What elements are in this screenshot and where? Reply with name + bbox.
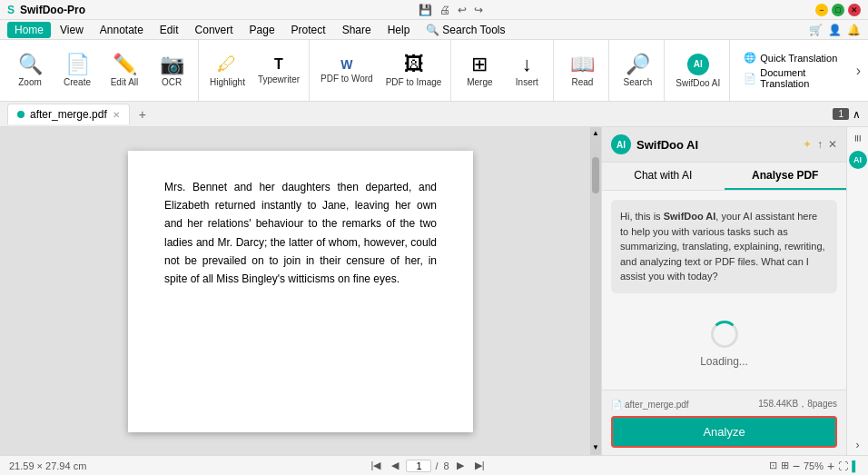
close-btn[interactable]: ✕ [848, 4, 861, 16]
quick-translation-icon: 🌐 [744, 52, 756, 64]
pdf-to-word-button[interactable]: W PDF to Word [315, 45, 379, 96]
right-sidebar: ≡ AI › [846, 127, 868, 455]
document-translation-btn[interactable]: 📄 Document Translation [741, 66, 844, 90]
loading-text: Loading... [700, 355, 748, 368]
scroll-indicator[interactable]: ▲ ▼ [590, 127, 601, 455]
menu-item-view[interactable]: View [53, 22, 91, 38]
toolbar: 🔍 Zoom 📄 Create ✏️ Edit All 📷 OCR 🖊 High… [0, 40, 868, 102]
ai-tab-analyse[interactable]: Analyse PDF [725, 163, 847, 190]
main-content: Mrs. Bennet and her daughters then depar… [0, 127, 868, 455]
ai-panel-title: SwifDoo AI [636, 138, 698, 152]
tab-after-merge-pdf[interactable]: after_merge.pdf ✕ [7, 104, 130, 124]
nav-prev-btn[interactable]: ◀ [388, 459, 402, 472]
merge-icon: ⊞ [471, 54, 488, 74]
create-button[interactable]: 📄 Create [54, 45, 100, 96]
toolbar-group-ai: AI SwifDoo AI [666, 40, 730, 101]
ai-tab-chat[interactable]: Chat with AI [602, 163, 725, 190]
scroll-down-arrow[interactable]: ▼ [590, 441, 601, 453]
ai-tabs: Chat with AI Analyse PDF [602, 163, 846, 191]
toolbar-expand-icon[interactable]: › [856, 63, 861, 79]
fit-page-icon[interactable]: ⊞ [781, 460, 789, 471]
insert-button[interactable]: ↓ Insert [504, 45, 549, 96]
menu-item-share[interactable]: Share [335, 22, 379, 38]
right-sidebar-settings-icon[interactable]: ≡ [851, 131, 865, 145]
search-button[interactable]: 🔎 Search [615, 45, 660, 96]
undo-icon[interactable]: ↩ [458, 4, 467, 16]
window-controls: − □ ✕ [815, 4, 861, 16]
ai-welcome-box: Hi, this is SwifDoo AI, your AI assistan… [611, 200, 837, 293]
quick-translation-btn[interactable]: 🌐 Quick Translation [741, 51, 844, 64]
swifdoo-ai-icon: AI [687, 54, 709, 75]
ai-export-icon[interactable]: ↑ [817, 138, 823, 151]
ai-close-icon[interactable]: ✕ [828, 138, 837, 151]
page-separator: / [435, 460, 438, 471]
ai-panel: AI SwifDoo AI ✦ ↑ ✕ Chat with AI Analyse… [601, 127, 846, 455]
scroll-thumb[interactable] [592, 157, 599, 193]
create-icon: 📄 [65, 54, 90, 74]
nav-first-btn[interactable]: |◀ [368, 459, 385, 472]
edit-all-button[interactable]: ✏️ Edit All [102, 45, 147, 96]
print-icon[interactable]: 🖨 [439, 4, 450, 16]
read-button[interactable]: 📖 Read [559, 45, 605, 96]
view-mode-icon[interactable]: ⊡ [769, 460, 777, 471]
zoom-in-btn[interactable]: + [827, 459, 834, 473]
toolbar-group-merge: ⊞ Merge ↓ Insert [453, 40, 554, 101]
search-icon: 🔎 [626, 54, 650, 74]
pdf-scroll-area[interactable]: Mrs. Bennet and her daughters then depar… [0, 127, 601, 455]
right-sidebar-ai-icon[interactable]: AI [849, 151, 867, 169]
read-label: Read [571, 77, 593, 87]
fullscreen-btn[interactable]: ⛶ [838, 460, 848, 471]
scroll-up-arrow[interactable]: ▲ [590, 127, 601, 139]
search-tools-icon: 🔍 [426, 24, 439, 36]
ai-star-icon[interactable]: ✦ [803, 138, 812, 151]
loading-spinner [711, 321, 738, 348]
redo-icon[interactable]: ↪ [474, 4, 483, 16]
total-pages-label: 8 [444, 460, 449, 471]
bell-icon[interactable]: 🔔 [847, 24, 861, 36]
merge-button[interactable]: ⊞ Merge [457, 45, 502, 96]
pdf-area: Mrs. Bennet and her daughters then depar… [0, 127, 601, 455]
search-label: Search [624, 77, 653, 87]
cart-icon[interactable]: 🛒 [809, 24, 823, 36]
user-icon[interactable]: 👤 [828, 24, 842, 36]
menu-item-page[interactable]: Page [242, 22, 282, 38]
menu-item-search-tools[interactable]: 🔍 Search Tools [419, 22, 512, 38]
minimize-btn[interactable]: − [815, 4, 828, 16]
menu-item-protect[interactable]: Protect [284, 22, 333, 38]
menu-item-home[interactable]: Home [7, 22, 51, 38]
save-icon[interactable]: 💾 [419, 4, 432, 16]
menu-bar: Home View Annotate Edit Convert Page Pro… [0, 20, 868, 40]
menu-item-edit[interactable]: Edit [153, 22, 186, 38]
maximize-btn[interactable]: □ [832, 4, 844, 16]
page-input[interactable] [406, 460, 431, 472]
zoom-button[interactable]: 🔍 Zoom [7, 45, 53, 96]
analyze-button[interactable]: Analyze [611, 416, 837, 448]
zoom-out-btn[interactable]: − [793, 459, 800, 473]
pdf-to-image-button[interactable]: 🖼 PDF to Image [380, 45, 448, 96]
ai-file-size: 158.44KB，8pages [758, 398, 837, 411]
typewriter-button[interactable]: T Typewriter [252, 45, 305, 96]
tab-close-btn[interactable]: ✕ [113, 110, 120, 120]
swifdoo-ai-button[interactable]: AI SwifDoo AI [670, 45, 725, 96]
toolbar-icons: 💾 🖨 ↩ ↪ [419, 4, 483, 16]
read-icon: 📖 [570, 54, 595, 74]
collapse-arrow[interactable]: ∧ [853, 108, 861, 121]
right-sidebar-expand-icon[interactable]: › [856, 439, 860, 451]
status-left: 21.59 × 27.94 cm [9, 460, 86, 471]
ai-brand-name: SwifDoo AI [664, 211, 716, 222]
highlight-button[interactable]: 🖊 Highlight [204, 45, 251, 96]
zoom-label: Zoom [18, 77, 42, 87]
nav-last-btn[interactable]: ▶| [471, 459, 488, 472]
menu-item-convert[interactable]: Convert [188, 22, 241, 38]
menu-item-annotate[interactable]: Annotate [93, 22, 151, 38]
pdf-to-image-icon: 🖼 [404, 54, 424, 74]
menu-item-help[interactable]: Help [380, 22, 418, 38]
create-label: Create [64, 77, 91, 87]
tab-add-btn[interactable]: + [133, 105, 152, 124]
ocr-button[interactable]: 📷 OCR [149, 45, 194, 96]
nav-next-btn[interactable]: ▶ [453, 459, 468, 472]
ai-footer: 📄 after_merge.pdf 158.44KB，8pages Analyz… [602, 390, 846, 455]
highlight-label: Highlight [210, 77, 245, 87]
pdf-to-word-icon: W [340, 58, 352, 71]
document-translation-label: Document Translation [760, 67, 842, 89]
